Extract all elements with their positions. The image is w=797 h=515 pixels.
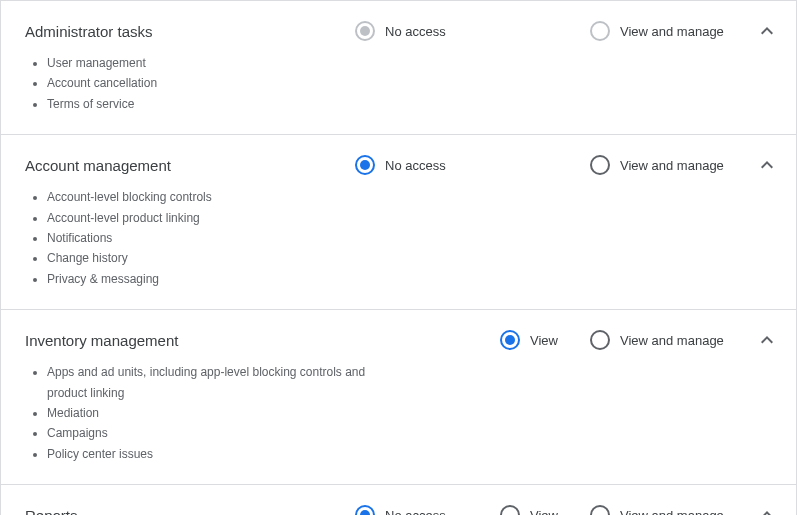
section-title: Inventory management <box>25 332 355 349</box>
sub-item: User management <box>47 53 387 73</box>
section-reports: Reports No access View View and manage <box>1 484 796 515</box>
sub-item: Terms of service <box>47 94 387 114</box>
sub-items-list: Account-level blocking controls Account-… <box>25 187 772 289</box>
section-title: Administrator tasks <box>25 23 355 40</box>
section-account-management: Account management No access View and ma… <box>1 134 796 309</box>
sub-item: Policy center issues <box>47 444 387 464</box>
radio-label: View and manage <box>620 158 724 173</box>
radio-view[interactable] <box>500 505 520 515</box>
chevron-up-icon[interactable] <box>755 19 779 43</box>
radio-label: View <box>530 508 558 515</box>
sub-items-list: User management Account cancellation Ter… <box>25 53 772 114</box>
radio-option-view[interactable]: View <box>500 505 590 515</box>
radio-view-manage <box>590 21 610 41</box>
sub-item: Account-level blocking controls <box>47 187 387 207</box>
radio-option-view[interactable]: View <box>500 330 590 350</box>
section-administrator-tasks: Administrator tasks No access View and m… <box>1 0 796 134</box>
chevron-up-icon[interactable] <box>755 153 779 177</box>
section-title: Account management <box>25 157 355 174</box>
radio-label: No access <box>385 508 446 515</box>
sub-item: Notifications <box>47 228 387 248</box>
radio-option-view-manage: View and manage <box>590 21 735 41</box>
radio-label: View and manage <box>620 333 724 348</box>
radio-label: View and manage <box>620 508 724 515</box>
radio-option-no-access[interactable]: No access <box>355 155 500 175</box>
radio-option-no-access[interactable]: No access <box>355 505 500 515</box>
radio-view-manage[interactable] <box>590 505 610 515</box>
sub-item: Campaigns <box>47 423 387 443</box>
radio-view-manage[interactable] <box>590 330 610 350</box>
radio-no-access <box>355 21 375 41</box>
sub-item: Account-level product linking <box>47 208 387 228</box>
radio-label: View <box>530 333 558 348</box>
radio-label: No access <box>385 24 446 39</box>
radio-option-view-manage[interactable]: View and manage <box>590 155 735 175</box>
sub-item: Mediation <box>47 403 387 423</box>
radio-view[interactable] <box>500 330 520 350</box>
section-inventory-management: Inventory management View View and manag… <box>1 309 796 484</box>
radio-option-no-access: No access <box>355 21 500 41</box>
radio-label: No access <box>385 158 446 173</box>
radio-no-access[interactable] <box>355 155 375 175</box>
radio-no-access[interactable] <box>355 505 375 515</box>
chevron-up-icon[interactable] <box>755 503 779 515</box>
sub-item: Privacy & messaging <box>47 269 387 289</box>
chevron-up-icon[interactable] <box>755 328 779 352</box>
section-title: Reports <box>25 507 355 515</box>
sub-item: Account cancellation <box>47 73 387 93</box>
sub-item: Apps and ad units, including app-level b… <box>47 362 387 403</box>
radio-option-view-manage[interactable]: View and manage <box>590 505 735 515</box>
sub-item: Change history <box>47 248 387 268</box>
radio-view-manage[interactable] <box>590 155 610 175</box>
radio-label: View and manage <box>620 24 724 39</box>
radio-option-view-manage[interactable]: View and manage <box>590 330 735 350</box>
sub-items-list: Apps and ad units, including app-level b… <box>25 362 772 464</box>
